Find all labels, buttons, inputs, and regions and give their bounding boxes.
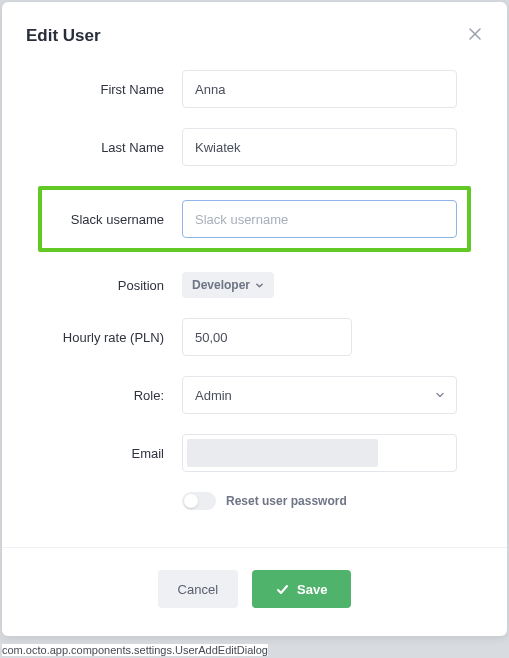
slack-username-label: Slack username (52, 212, 182, 227)
save-button[interactable]: Save (252, 570, 351, 608)
dialog-title: Edit User (26, 26, 101, 46)
first-name-label: First Name (52, 82, 182, 97)
email-field[interactable] (182, 434, 457, 472)
chevron-down-icon (255, 281, 264, 290)
debug-class-path: com.octo.app.components.settings.UserAdd… (2, 644, 268, 656)
toggle-knob (184, 494, 198, 508)
hourly-rate-label: Hourly rate (PLN) (52, 330, 182, 345)
position-select[interactable]: Developer (182, 272, 274, 298)
hourly-rate-input[interactable] (182, 318, 352, 356)
dialog-body: First Name Last Name Slack username Posi… (2, 62, 507, 547)
slack-username-input[interactable] (182, 200, 457, 238)
save-button-label: Save (297, 582, 327, 597)
email-label: Email (52, 446, 182, 461)
first-name-row: First Name (52, 70, 457, 108)
edit-user-dialog: Edit User First Name Last Name Slack use… (2, 2, 507, 636)
close-icon[interactable] (467, 26, 483, 42)
last-name-row: Last Name (52, 128, 457, 166)
position-label: Position (52, 278, 182, 293)
check-icon (276, 583, 289, 596)
first-name-input[interactable] (182, 70, 457, 108)
last-name-input[interactable] (182, 128, 457, 166)
reset-password-row: Reset user password (182, 492, 457, 510)
slack-username-row: Slack username (38, 186, 471, 252)
last-name-label: Last Name (52, 140, 182, 155)
cancel-button[interactable]: Cancel (158, 570, 238, 608)
position-row: Position Developer (52, 272, 457, 298)
email-row: Email (52, 434, 457, 472)
reset-password-toggle[interactable] (182, 492, 216, 510)
role-select[interactable] (182, 376, 457, 414)
role-row: Role: (52, 376, 457, 414)
hourly-rate-row: Hourly rate (PLN) (52, 318, 457, 356)
role-label: Role: (52, 388, 182, 403)
reset-password-label: Reset user password (226, 494, 347, 508)
position-value: Developer (192, 278, 250, 292)
dialog-footer: Cancel Save (2, 547, 507, 636)
dialog-header: Edit User (2, 2, 507, 62)
email-redacted (187, 439, 378, 467)
